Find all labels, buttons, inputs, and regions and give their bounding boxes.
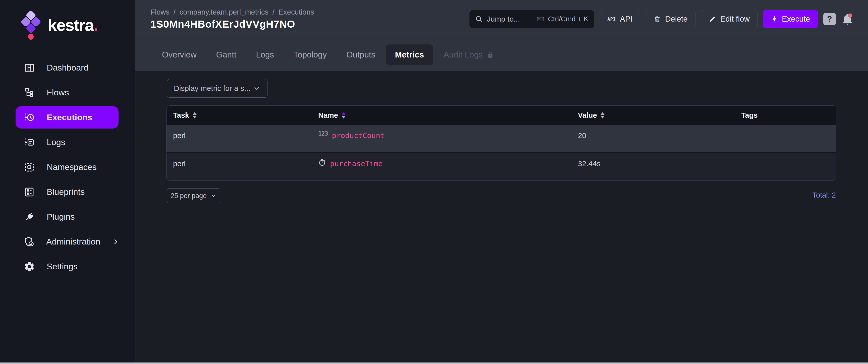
table-header-row: Task Name Value Tags bbox=[166, 106, 836, 125]
delete-button[interactable]: Delete bbox=[646, 10, 695, 28]
help-button[interactable]: ? bbox=[823, 13, 836, 25]
sort-name-button[interactable] bbox=[342, 112, 346, 119]
sidebar-nav: Dashboard Flows Executions bbox=[0, 55, 135, 279]
chevron-right-icon bbox=[112, 238, 119, 245]
metric-name[interactable]: purchaseTime bbox=[330, 159, 383, 168]
namespaces-icon bbox=[24, 161, 35, 173]
task-cell: perl bbox=[166, 153, 318, 180]
tags-cell bbox=[741, 125, 836, 153]
notifications-button[interactable] bbox=[841, 12, 854, 26]
bell-icon bbox=[841, 12, 854, 26]
page-title: 1S0Mn4HBofXErJdVVgH7NO bbox=[150, 18, 314, 30]
sidebar-item-executions[interactable]: Executions bbox=[0, 105, 135, 130]
blueprints-icon bbox=[24, 186, 35, 198]
api-icon: API bbox=[608, 16, 616, 22]
sidebar-item-label: Namespaces bbox=[47, 162, 96, 172]
sidebar-item-blueprints[interactable]: Blueprints bbox=[0, 179, 135, 204]
metric-name[interactable]: productCount bbox=[332, 131, 385, 140]
task-cell: perl bbox=[166, 125, 318, 153]
sidebar-item-label: Administration bbox=[46, 237, 100, 246]
table-row[interactable]: perl purchaseTime 32.44s bbox=[166, 153, 836, 180]
chevron-down-icon bbox=[210, 193, 217, 199]
sort-task-button[interactable] bbox=[193, 112, 197, 119]
tab-gantt[interactable]: Gantt bbox=[207, 44, 246, 65]
per-page-select[interactable]: 25 per page bbox=[167, 188, 220, 203]
sidebar-item-settings[interactable]: Settings bbox=[0, 254, 135, 279]
jump-to-placeholder: Jump to... bbox=[487, 15, 520, 23]
sidebar-item-label: Settings bbox=[47, 262, 78, 271]
breadcrumb-flows[interactable]: Flows bbox=[150, 8, 169, 16]
breadcrumb: Flows / company.team.perl_metrics / Exec… bbox=[150, 8, 314, 16]
sort-value-button[interactable] bbox=[600, 112, 604, 119]
kestra-logo-text: kestra. bbox=[48, 15, 98, 35]
numeric-123-icon: 123 bbox=[318, 130, 328, 137]
sidebar-item-dashboard[interactable]: Dashboard bbox=[0, 55, 135, 80]
total-count: Total: 2 bbox=[812, 191, 836, 199]
dashboard-icon bbox=[24, 62, 35, 73]
sidebar-item-namespaces[interactable]: Namespaces bbox=[0, 155, 135, 179]
sidebar-item-label: Blueprints bbox=[47, 187, 85, 197]
value-cell: 20 bbox=[578, 125, 741, 153]
tab-metrics[interactable]: Metrics bbox=[386, 44, 433, 65]
sidebar-item-flows[interactable]: Flows bbox=[0, 80, 135, 105]
sidebar-item-label: Logs bbox=[47, 137, 65, 147]
executions-icon bbox=[24, 112, 35, 123]
search-icon bbox=[475, 15, 483, 23]
tab-outputs[interactable]: Outputs bbox=[337, 44, 384, 65]
execution-tabs: Overview Gantt Logs Topology Outputs Met… bbox=[135, 38, 868, 71]
edit-flow-button[interactable]: Edit flow bbox=[701, 10, 757, 28]
flash-icon bbox=[771, 15, 778, 23]
sidebar-item-administration[interactable]: Administration bbox=[0, 229, 135, 254]
tab-logs[interactable]: Logs bbox=[247, 44, 283, 65]
trash-icon bbox=[653, 15, 661, 23]
lock-icon bbox=[487, 52, 494, 58]
column-header-task: Task bbox=[173, 111, 189, 120]
jump-to-shortcut: Ctrl/Cmd + K bbox=[548, 15, 588, 23]
window-edge bbox=[0, 363, 868, 364]
column-header-value: Value bbox=[578, 111, 597, 120]
sidebar-item-plugins[interactable]: Plugins bbox=[0, 204, 135, 229]
sidebar: kestra. Dashboard Flows bbox=[0, 0, 135, 364]
column-header-tags: Tags bbox=[741, 111, 758, 120]
api-button[interactable]: API API bbox=[600, 10, 641, 28]
jump-to-search-input[interactable]: Jump to... Ctrl/Cmd + K bbox=[469, 10, 594, 28]
timer-icon bbox=[318, 159, 326, 166]
administration-icon bbox=[24, 236, 35, 247]
metrics-table: Task Name Value Tags perl 123 productCou… bbox=[166, 105, 836, 181]
tags-cell bbox=[741, 153, 836, 180]
plugins-icon bbox=[24, 211, 35, 223]
sidebar-item-logs[interactable]: Logs bbox=[0, 130, 135, 155]
tab-audit-logs: Audit Logs bbox=[434, 44, 502, 65]
sidebar-item-label: Dashboard bbox=[47, 63, 88, 72]
topbar: Flows / company.team.perl_metrics / Exec… bbox=[135, 0, 868, 38]
sidebar-item-label: Executions bbox=[47, 112, 92, 122]
tab-overview[interactable]: Overview bbox=[153, 44, 206, 65]
kestra-logo-icon bbox=[21, 10, 41, 40]
notification-dot bbox=[848, 13, 852, 18]
breadcrumb-namespace-flow[interactable]: company.team.perl_metrics bbox=[180, 8, 269, 16]
pencil-icon bbox=[709, 15, 716, 23]
flows-icon bbox=[24, 87, 35, 98]
metrics-panel: Display metric for a s... Task Name Valu… bbox=[135, 71, 868, 364]
breadcrumb-executions[interactable]: Executions bbox=[279, 8, 314, 16]
table-row[interactable]: perl 123 productCount 20 bbox=[166, 125, 836, 153]
sidebar-item-label: Plugins bbox=[47, 212, 75, 222]
metric-filter-select[interactable]: Display metric for a s... bbox=[167, 79, 268, 98]
value-cell: 32.44s bbox=[578, 153, 741, 180]
sidebar-item-label: Flows bbox=[47, 88, 69, 97]
kestra-logo[interactable]: kestra. bbox=[0, 0, 135, 40]
keyboard-icon bbox=[536, 15, 545, 23]
chevron-down-icon bbox=[253, 84, 261, 92]
execute-button[interactable]: Execute bbox=[763, 10, 818, 28]
tab-topology[interactable]: Topology bbox=[285, 44, 336, 65]
gear-icon bbox=[24, 261, 35, 272]
logs-icon bbox=[24, 137, 35, 148]
column-header-name: Name bbox=[318, 111, 338, 120]
